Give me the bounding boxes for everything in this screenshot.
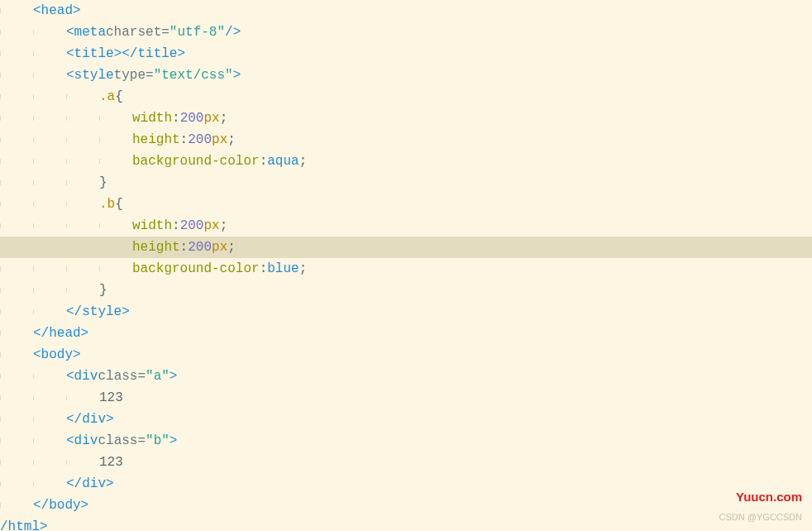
code-line: </div> — [0, 409, 812, 430]
code-line: <body> — [0, 344, 812, 366]
code-line: 123 — [0, 452, 812, 473]
code-line: .b{ — [0, 194, 812, 215]
code-line: </body> — [0, 495, 812, 516]
code-line: <head> — [0, 0, 812, 22]
code-line: height: 200px; — [0, 237, 812, 258]
code-line: <style type="text/css"> — [0, 65, 812, 86]
code-line: .a{ — [0, 86, 812, 108]
code-line: <div class="b"> — [0, 430, 812, 452]
code-line: background-color: blue; — [0, 258, 812, 280]
code-line: </head> — [0, 323, 812, 344]
code-line: background-color: aqua; — [0, 151, 812, 172]
code-line: <div class="a"> — [0, 366, 812, 387]
code-line: } — [0, 172, 812, 194]
code-line: <title></title> — [0, 43, 812, 65]
brand-watermark: Yuucn.com — [736, 486, 802, 508]
code-line: height: 200px; — [0, 129, 812, 151]
code-line: </style> — [0, 301, 812, 323]
code-line: width: 200px; — [0, 215, 812, 237]
code-block: <head><meta charset="utf-8" /><title></t… — [0, 0, 812, 531]
code-line: <meta charset="utf-8" /> — [0, 22, 812, 43]
code-line: } — [0, 280, 812, 301]
code-line: width: 200px; — [0, 108, 812, 129]
code-line: /html> — [0, 516, 812, 531]
attribution-watermark: CSDN @YGCCSDN — [719, 506, 802, 528]
code-line: </div> — [0, 473, 812, 495]
code-line: 123 — [0, 387, 812, 409]
